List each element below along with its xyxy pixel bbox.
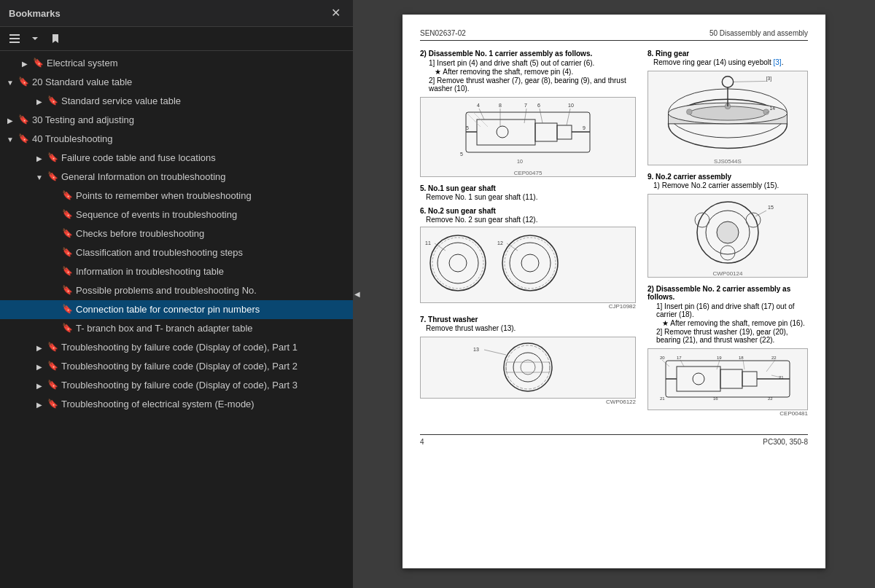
svg-text:15: 15: [768, 205, 774, 210]
bookmark-icon-classification: 🔖: [61, 246, 73, 259]
list-view-icon[interactable]: [6, 30, 23, 47]
tree-item-information-table[interactable]: ▶ 🔖 Information in troubleshooting table: [0, 262, 353, 281]
svg-point-52: [763, 109, 769, 115]
svg-point-6: [497, 126, 508, 138]
expand-icon-standard-value[interactable]: ▼: [3, 75, 18, 90]
document-container[interactable]: SEN02637-02 50 Disassembly and assembly …: [353, 0, 875, 588]
svg-text:18: 18: [739, 356, 744, 360]
step-6-image: 11 12: [420, 227, 636, 303]
tree-label-failure-2: Troubleshooting by failure code (Display…: [61, 359, 347, 373]
step-2b-img-label: CEP00481: [648, 410, 808, 417]
tree-item-troubleshooting[interactable]: ▼ 🔖 40 Troubleshooting: [0, 130, 353, 149]
panel-collapse-button[interactable]: ◀: [353, 280, 362, 309]
bookmark-icon-electrical-mode: 🔖: [47, 397, 58, 410]
tree-item-testing[interactable]: ▶ 🔖 30 Testing and adjusting: [0, 111, 353, 130]
bookmark-icon-t-branch: 🔖: [61, 321, 73, 334]
tree-item-t-branch[interactable]: ▶ 🔖 T- branch box and T- branch adapter …: [0, 319, 353, 338]
svg-line-32: [435, 243, 446, 251]
svg-rect-2: [9, 42, 20, 43]
step-8-diagram: [3] 14: [655, 71, 801, 155]
svg-point-36: [505, 238, 556, 289]
step-8-img-label: SJS0544S: [714, 158, 742, 165]
svg-line-20: [567, 109, 570, 125]
doc-footer-right: PC300, 350-8: [763, 438, 808, 446]
svg-point-34: [510, 243, 551, 283]
dropdown-icon[interactable]: [26, 30, 44, 47]
svg-point-30: [432, 238, 483, 289]
svg-text:21: 21: [779, 375, 784, 380]
svg-text:14: 14: [770, 106, 776, 111]
step-2-sub1: 1] Insert pin (4) and drive shaft (5) ou…: [420, 59, 636, 67]
tree-item-classification[interactable]: ▶ 🔖 Classification and troubleshooting s…: [0, 243, 353, 262]
svg-line-19: [540, 109, 542, 123]
expand-icon-electrical-mode[interactable]: ▶: [32, 397, 47, 412]
step-9: 9. No.2 carrier assembly 1) Remove No.2 …: [648, 173, 808, 278]
step-6-num: 6. No.2 sun gear shaft: [420, 207, 636, 215]
svg-line-18: [524, 109, 526, 123]
step-2-star1: ★ After removing the shaft, remove pin (…: [420, 68, 636, 76]
step-2b-image: 20 17 19 18 22 21: [648, 348, 808, 410]
panel-header: Bookmarks ✕: [0, 0, 353, 27]
step-5: 5. No.1 sun gear shaft Remove No. 1 sun …: [420, 184, 636, 201]
step-5-num: 5. No.1 sun gear shaft: [420, 184, 636, 192]
expand-icon-standard-service[interactable]: ▶: [32, 94, 47, 109]
svg-point-65: [720, 246, 735, 260]
svg-point-54: [722, 77, 733, 87]
bookmark-view-icon[interactable]: [47, 30, 64, 47]
expand-icon-failure-3[interactable]: ▶: [32, 378, 47, 393]
expand-icon-general-info[interactable]: ▼: [32, 170, 47, 184]
step-2b-sub2: 2] Remove thrust washer (19), gear (20),…: [648, 328, 808, 344]
tree-label-electrical: Electrical system: [47, 56, 347, 70]
svg-point-43: [506, 345, 550, 389]
tree-item-failure-code[interactable]: ▶ 🔖 Failure code table and fuse location…: [0, 149, 353, 168]
tree-item-connection-table[interactable]: ▶ 🔖 Connection table for connector pin n…: [0, 300, 353, 319]
tree-label-information-table: Information in troubleshooting table: [76, 264, 347, 278]
doc-footer: 4 PC300, 350-8: [420, 434, 808, 446]
svg-rect-72: [720, 369, 742, 388]
step-9-image: 15 CWP00124: [648, 194, 808, 278]
step-2b-star1: ★ After removing the shaft, remove pin (…: [648, 319, 808, 327]
svg-text:11: 11: [425, 240, 431, 246]
tree-item-failure-2[interactable]: ▶ 🔖 Troubleshooting by failure code (Dis…: [0, 357, 353, 376]
tree-item-possible-problems[interactable]: ▶ 🔖 Possible problems and troubleshootin…: [0, 281, 353, 300]
tree-item-electrical[interactable]: ▶ 🔖 Electrical system: [0, 54, 353, 73]
tree-label-classification: Classification and troubleshooting steps: [76, 246, 347, 259]
tree-item-points-remember[interactable]: ▶ 🔖 Points to remember when troubleshoot…: [0, 187, 353, 205]
svg-point-28: [438, 243, 478, 283]
tree-item-standard-service[interactable]: ▶ 🔖 Standard service value table: [0, 92, 353, 111]
tree-item-electrical-mode[interactable]: ▶ 🔖 Troubleshooting of electrical system…: [0, 395, 353, 414]
expand-icon-troubleshooting[interactable]: ▼: [3, 132, 18, 146]
tree-item-failure-3[interactable]: ▶ 🔖 Troubleshooting by failure code (Dis…: [0, 376, 353, 395]
doc-header-right: 50 Disassembly and assembly: [709, 29, 808, 37]
tree-label-troubleshooting: 40 Troubleshooting: [32, 132, 347, 146]
bookmark-icon-electrical: 🔖: [32, 56, 44, 69]
step-6-diagram-left: 11: [424, 230, 493, 296]
step-2b-sub1: 1] Insert pin (16) and drive shaft (17) …: [648, 302, 808, 318]
step-2b-title: 2) Disassemble No. 2 carrier assembly as…: [648, 285, 808, 301]
svg-text:12: 12: [497, 240, 503, 246]
svg-text:10: 10: [568, 103, 574, 108]
tree-item-sequence-events[interactable]: ▶ 🔖 Sequence of events in troubleshootin…: [0, 205, 353, 224]
tree-item-failure-1[interactable]: ▶ 🔖 Troubleshooting by failure code (Dis…: [0, 338, 353, 357]
tree-item-checks-before[interactable]: ▶ 🔖 Checks before troubleshooting: [0, 224, 353, 243]
expand-icon-testing[interactable]: ▶: [3, 113, 18, 128]
step-8: 8. Ring gear Remove ring gear (14) using…: [648, 50, 808, 165]
svg-marker-3: [32, 37, 38, 40]
tree-item-general-info[interactable]: ▼ 🔖 General Information on troubleshooti…: [0, 168, 353, 187]
expand-icon-failure-2[interactable]: ▶: [32, 359, 47, 374]
bookmark-icon-standard-value: 🔖: [18, 75, 29, 88]
step-7-image: 13: [420, 337, 636, 399]
bookmarks-panel: Bookmarks ✕ ▶ 🔖 Electrical system: [0, 0, 353, 588]
tree-item-standard-value[interactable]: ▼ 🔖 20 Standard value table: [0, 73, 353, 92]
expand-icon-electrical[interactable]: ▶: [18, 56, 32, 71]
svg-text:4: 4: [477, 103, 480, 108]
svg-rect-42: [506, 362, 550, 372]
panel-title: Bookmarks: [9, 8, 61, 19]
expand-icon-failure-code[interactable]: ▶: [32, 151, 47, 165]
expand-icon-failure-1[interactable]: ▶: [32, 340, 47, 355]
close-button[interactable]: ✕: [327, 6, 344, 20]
tree-label-points-remember: Points to remember when troubleshooting: [76, 189, 347, 203]
step-7-text: Remove thrust washer (13).: [420, 324, 636, 332]
step-7: 7. Thrust washer Remove thrust washer (1…: [420, 315, 636, 405]
svg-text:17: 17: [677, 356, 682, 360]
